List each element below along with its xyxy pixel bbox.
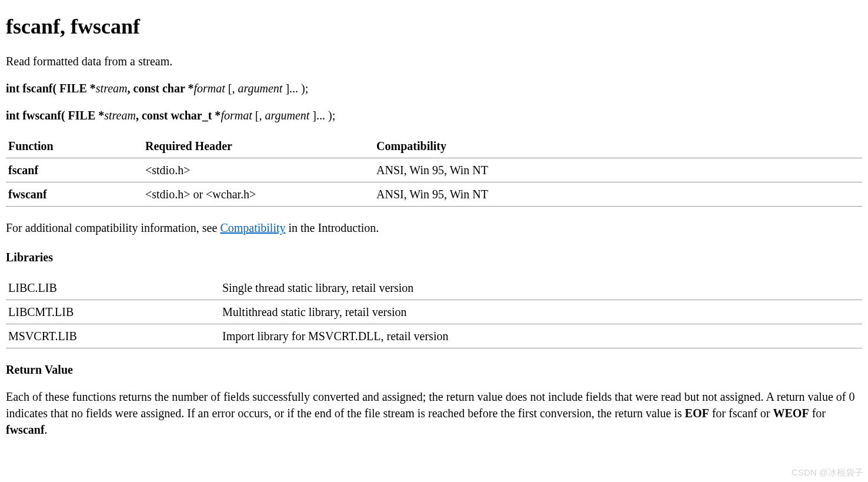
rv-part: for xyxy=(809,407,826,420)
header-compatibility: Compatibility xyxy=(374,134,862,158)
sig-part: , argument xyxy=(232,82,285,95)
rv-part: . xyxy=(45,423,48,436)
compat-note-after: in the Introduction. xyxy=(286,221,379,234)
rv-part: EOF xyxy=(685,407,709,420)
cell-compatibility: ANSI, Win 95, Win NT xyxy=(374,182,862,207)
page-title: fscanf, fwscanf xyxy=(6,12,862,41)
compatibility-link[interactable]: Compatibility xyxy=(220,221,285,234)
sig-part: stream xyxy=(104,109,136,122)
cell-lib-name: MSVCRT.LIB xyxy=(6,324,220,348)
libraries-heading: Libraries xyxy=(6,249,862,265)
sig-part: stream xyxy=(96,82,128,95)
sig-part: , const char * xyxy=(128,82,194,95)
compat-note-before: For additional compatibility information… xyxy=(6,221,220,234)
sig-part: , argument xyxy=(259,109,312,122)
sig-part: ]... ); xyxy=(285,82,308,95)
table-row: LIBCMT.LIB Multithread static library, r… xyxy=(6,300,862,324)
cell-function: fwscanf xyxy=(6,182,143,207)
cell-function: fscanf xyxy=(6,158,143,182)
sig-part: format xyxy=(221,109,255,122)
table-row: MSVCRT.LIB Import library for MSVCRT.DLL… xyxy=(6,324,862,348)
table-header-row: Function Required Header Compatibility xyxy=(6,134,862,158)
sig-part: format xyxy=(193,82,228,95)
signature-fwscanf: int fwscanf( FILE *stream, const wchar_t… xyxy=(6,107,862,124)
intro-text: Read formatted data from a stream. xyxy=(6,53,862,69)
table-row: fwscanf <stdio.h> or <wchar.h> ANSI, Win… xyxy=(6,182,862,207)
cell-required-header: <stdio.h> xyxy=(143,158,374,182)
sig-part: ]... ); xyxy=(312,109,335,122)
sig-part: , const wchar_t * xyxy=(136,109,221,122)
rv-part: WEOF xyxy=(773,407,809,420)
sig-part: int fwscanf( FILE * xyxy=(6,109,104,122)
cell-required-header: <stdio.h> or <wchar.h> xyxy=(143,182,374,207)
cell-lib-desc: Import library for MSVCRT.DLL, retail ve… xyxy=(220,324,862,348)
compatibility-note: For additional compatibility information… xyxy=(6,220,862,236)
signature-fscanf: int fscanf( FILE *stream, const char *fo… xyxy=(6,80,862,97)
cell-lib-desc: Single thread static library, retail ver… xyxy=(220,276,862,300)
table-row: LIBC.LIB Single thread static library, r… xyxy=(6,276,862,300)
table-row: fscanf <stdio.h> ANSI, Win 95, Win NT xyxy=(6,158,862,182)
sig-part: int fscanf( FILE * xyxy=(6,82,96,95)
header-function: Function xyxy=(6,134,143,158)
return-value-heading: Return Value xyxy=(6,361,862,378)
rv-part: fwscanf xyxy=(6,423,45,436)
cell-lib-name: LIBC.LIB xyxy=(6,276,220,300)
compatibility-table: Function Required Header Compatibility f… xyxy=(6,134,862,207)
cell-lib-name: LIBCMT.LIB xyxy=(6,300,220,324)
cell-compatibility: ANSI, Win 95, Win NT xyxy=(374,158,862,182)
cell-lib-desc: Multithread static library, retail versi… xyxy=(220,300,862,324)
return-value-text: Each of these functions returns the numb… xyxy=(6,388,862,438)
libraries-table: LIBC.LIB Single thread static library, r… xyxy=(6,276,862,348)
rv-part: for fscanf or xyxy=(709,407,773,420)
header-required-header: Required Header xyxy=(143,134,374,158)
